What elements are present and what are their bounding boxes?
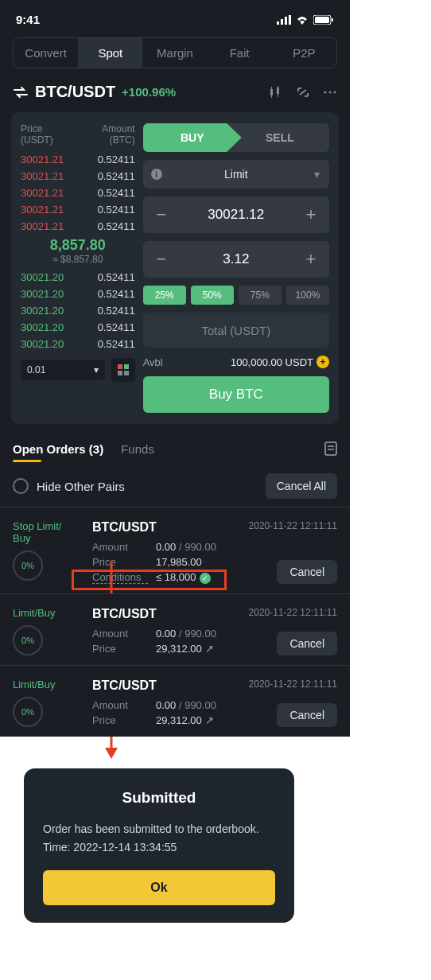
cancel-button[interactable]: Cancel	[277, 703, 337, 727]
bid-price: 30021.20	[21, 338, 64, 350]
history-icon[interactable]	[324, 441, 337, 456]
trade-form: BUY SELL i Limit ▾ − 30021.12 + − 3.12 +…	[143, 123, 329, 413]
svg-rect-10	[278, 86, 278, 97]
order-field-label: Price	[92, 556, 148, 568]
pair-symbol[interactable]: BTC/USDT	[35, 83, 115, 101]
order-timestamp: 2020-11-22 12:11:11	[249, 520, 337, 531]
sell-tab[interactable]: SELL	[231, 123, 329, 152]
cancel-button[interactable]: Cancel	[277, 560, 337, 584]
order-field-label: Amount	[92, 541, 148, 553]
pct-100[interactable]: 100%	[286, 286, 329, 305]
svg-rect-14	[118, 364, 122, 369]
bid-row[interactable]: 30021.200.52411	[21, 338, 135, 350]
order-progress: 0%	[13, 550, 43, 581]
plus-button[interactable]: +	[297, 201, 324, 228]
bid-row[interactable]: 30021.200.52411	[21, 321, 135, 333]
mid-price: 8,857.80	[21, 237, 135, 254]
ask-row[interactable]: 30021.210.52411	[21, 187, 135, 199]
order-pair: BTC/USDT	[92, 679, 242, 693]
bid-row[interactable]: 30021.200.52411	[21, 305, 135, 317]
ask-row[interactable]: 30021.210.52411	[21, 170, 135, 182]
link-icon[interactable]	[296, 86, 310, 99]
order-card: Limit/Buy 0%BTC/USDTAmount0.00 / 990.00P…	[0, 665, 350, 737]
tab-spot[interactable]: Spot	[78, 38, 142, 68]
hide-pairs-checkbox[interactable]	[13, 478, 29, 494]
add-funds-icon[interactable]: +	[316, 356, 329, 368]
info-icon[interactable]: i	[151, 169, 162, 180]
ask-price: 30021.21	[21, 187, 64, 199]
bid-amount: 0.52411	[98, 305, 135, 317]
ask-row[interactable]: 30021.210.52411	[21, 154, 135, 165]
depth-select[interactable]: 0.01 ▾	[21, 360, 105, 380]
order-field-label: Price	[92, 714, 148, 726]
pct-75[interactable]: 75%	[239, 286, 282, 305]
tab-p2p[interactable]: P2P	[272, 38, 336, 68]
submit-button[interactable]: Buy BTC	[143, 376, 329, 413]
order-timestamp: 2020-11-22 12:11:11	[249, 607, 337, 618]
swap-icon[interactable]	[13, 86, 29, 99]
order-side: Stop Limit/ Buy	[13, 520, 84, 544]
order-card: Limit/Buy 0%BTC/USDTAmount0.00 / 990.00P…	[0, 593, 350, 665]
amount-value: 3.12	[175, 251, 297, 267]
candles-icon[interactable]	[269, 86, 283, 99]
buy-tab[interactable]: BUY	[143, 123, 242, 152]
bid-price: 30021.20	[21, 288, 64, 300]
orders-header: Open Orders (3) Funds	[0, 424, 350, 462]
order-field-value: 17,985.00	[156, 556, 202, 568]
nav-tabs: Convert Spot Margin Fait P2P	[13, 37, 337, 68]
ok-button[interactable]: Ok	[43, 870, 275, 905]
ask-row[interactable]: 30021.210.52411	[21, 220, 135, 232]
svg-rect-18	[325, 442, 336, 455]
order-card: Stop Limit/ Buy 0%BTC/USDTAmount0.00 / 9…	[0, 507, 350, 593]
chevron-down-icon: ▾	[94, 364, 99, 375]
hide-pairs-row: Hide Other Pairs Cancel All	[0, 462, 350, 507]
ask-amount: 0.52411	[98, 187, 135, 199]
ask-row[interactable]: 30021.210.52411	[21, 204, 135, 216]
orderbook-layout-button[interactable]	[111, 358, 135, 382]
mid-approx: ≈ $8,857.80	[21, 254, 135, 265]
hide-pairs-label: Hide Other Pairs	[37, 480, 125, 493]
ask-amount: 0.52411	[98, 204, 135, 216]
cancel-button[interactable]: Cancel	[277, 632, 337, 655]
order-type-select[interactable]: i Limit ▾	[143, 160, 329, 189]
signal-icon	[277, 15, 291, 25]
tab-convert[interactable]: Convert	[14, 38, 78, 68]
pct-50[interactable]: 50%	[191, 286, 234, 305]
svg-rect-3	[289, 15, 291, 25]
more-icon[interactable]	[323, 86, 337, 99]
buy-sell-toggle: BUY SELL	[143, 123, 329, 152]
share-icon[interactable]: ↗	[205, 643, 214, 655]
ask-amount: 0.52411	[98, 170, 135, 182]
modal-body: Order has been submitted to the orderboo…	[43, 821, 275, 838]
pct-25[interactable]: 25%	[143, 286, 186, 305]
status-time: 9:41	[16, 13, 40, 26]
svg-rect-8	[271, 87, 272, 98]
svg-point-11	[324, 91, 327, 93]
svg-rect-0	[277, 21, 279, 25]
plus-button[interactable]: +	[297, 246, 324, 273]
price-input[interactable]: − 30021.12 +	[143, 196, 329, 233]
ob-amount-header: Amount	[102, 123, 134, 134]
bid-row[interactable]: 30021.200.52411	[21, 288, 135, 300]
total-input[interactable]: Total (USDT)	[143, 313, 329, 348]
status-bar: 9:41	[0, 0, 350, 34]
share-icon[interactable]: ↗	[205, 714, 214, 726]
minus-button[interactable]: −	[148, 246, 175, 273]
svg-rect-16	[118, 371, 122, 375]
tab-fait[interactable]: Fait	[208, 38, 272, 68]
ob-amount-unit: (BTC)	[102, 134, 134, 146]
avbl-label: Avbl	[143, 356, 163, 368]
bid-row[interactable]: 30021.200.52411	[21, 271, 135, 283]
order-progress: 0%	[13, 697, 43, 727]
avbl-value: 100,000.00 USDT	[231, 356, 313, 368]
cancel-all-button[interactable]: Cancel All	[266, 473, 337, 499]
tab-funds[interactable]: Funds	[121, 442, 154, 456]
minus-button[interactable]: −	[148, 201, 175, 228]
svg-rect-1	[281, 19, 283, 25]
trade-panel: Price(USDT) Amount(BTC) 30021.210.524113…	[11, 112, 339, 424]
svg-rect-6	[332, 18, 333, 21]
tab-margin[interactable]: Margin	[142, 38, 207, 68]
amount-input[interactable]: − 3.12 +	[143, 241, 329, 278]
tab-open-orders[interactable]: Open Orders (3)	[13, 442, 103, 456]
status-icons	[277, 15, 334, 25]
